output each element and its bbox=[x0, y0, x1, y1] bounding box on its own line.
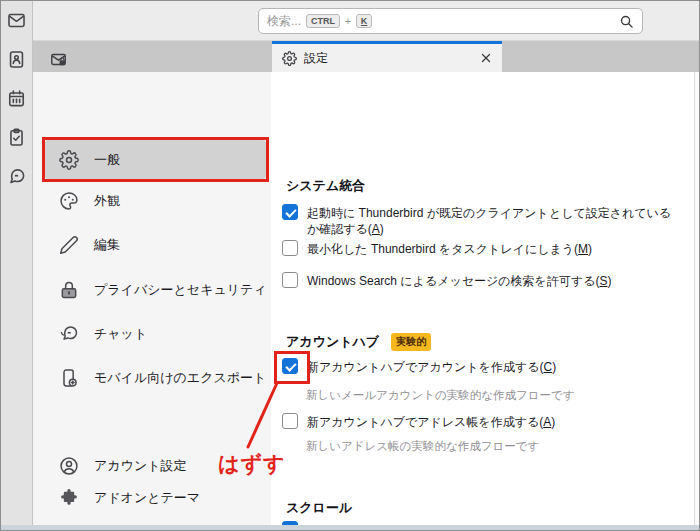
section-title-system-integration: システム統合 bbox=[286, 177, 365, 195]
spaces-toolbar bbox=[1, 1, 33, 530]
mail-icon[interactable] bbox=[6, 10, 27, 31]
puzzle-icon bbox=[59, 488, 79, 508]
sidebar-item-label: プライバシーとセキュリティ bbox=[94, 281, 267, 299]
tab-settings-label: 設定 bbox=[304, 50, 328, 67]
sidebar-item-addons-themes[interactable]: アドオンとテーマ bbox=[33, 480, 271, 516]
sidebar-item-privacy-security[interactable]: プライバシーとセキュリティ bbox=[33, 272, 271, 308]
magnifier-icon bbox=[619, 14, 634, 29]
option-label[interactable]: 新アカウントハブでアドレス帳を作成する(A) bbox=[307, 413, 555, 430]
shortcut-k-key: K bbox=[356, 14, 373, 29]
checkbox[interactable] bbox=[282, 272, 298, 288]
mobile-export-icon bbox=[59, 368, 79, 388]
option-label[interactable]: Windows Search によるメッセージの検索を許可する(S) bbox=[307, 272, 611, 289]
sidebar-item-mobile-export[interactable]: モバイル向けのエクスポート bbox=[33, 360, 271, 396]
annotation-arrow-line bbox=[241, 379, 285, 451]
account-icon bbox=[59, 456, 79, 476]
sidebar-item-chat[interactable]: チャット bbox=[33, 316, 271, 352]
experimental-badge: 実験的 bbox=[391, 333, 431, 351]
content-scrollbar[interactable] bbox=[694, 72, 700, 527]
option-account-hub-accounts[interactable]: 新アカウントハブでアカウントを作成する(C) bbox=[282, 358, 682, 375]
gear-icon bbox=[282, 51, 297, 66]
sidebar-item-appearance[interactable]: 外観 bbox=[33, 183, 271, 219]
section-title-account-hub: アカウントハブ 実験的 bbox=[286, 333, 431, 351]
option-minimize-to-tray[interactable]: 最小化した Thunderbird をタスクトレイにしまう(M) bbox=[282, 240, 682, 257]
tab-settings[interactable]: 設定 bbox=[272, 41, 502, 72]
mail-lock-icon[interactable] bbox=[50, 51, 67, 68]
option-check-default-client[interactable]: 起動時に Thunderbird が既定のクライアントとして設定されているか確認… bbox=[282, 204, 682, 237]
annotation-label: はずす bbox=[218, 450, 285, 478]
lock-icon bbox=[59, 280, 79, 300]
option-account-hub-address-book[interactable]: 新アカウントハブでアドレス帳を作成する(A) bbox=[282, 413, 682, 430]
chat-icon[interactable] bbox=[6, 166, 27, 187]
shortcut-ctrl-key: CTRL bbox=[306, 14, 340, 29]
checkbox[interactable] bbox=[282, 240, 298, 256]
sidebar-item-label: アカウント設定 bbox=[94, 457, 187, 475]
top-toolbar: 検索... CTRL + K bbox=[33, 1, 700, 41]
option-label[interactable]: 新アカウントハブでアカウントを作成する(C) bbox=[307, 358, 556, 375]
search-placeholder: 検索... bbox=[267, 13, 301, 30]
tasks-icon[interactable] bbox=[6, 127, 27, 148]
search-input[interactable]: 検索... CTRL + K bbox=[258, 8, 643, 34]
thunderbird-settings-window: 検索... CTRL + K bbox=[0, 0, 700, 531]
settings-content: システム統合 起動時に Thunderbird が既定のクライアントとして設定さ… bbox=[271, 72, 694, 527]
shortcut-plus: + bbox=[345, 16, 351, 27]
option-windows-search[interactable]: Windows Search によるメッセージの検索を許可する(S) bbox=[282, 272, 682, 289]
checkbox[interactable] bbox=[282, 204, 298, 220]
calendar-icon[interactable] bbox=[6, 88, 27, 109]
section-title-scroll: スクロール bbox=[286, 499, 352, 517]
option-label[interactable]: 起動時に Thunderbird が既定のクライアントとして設定されているか確認… bbox=[307, 204, 682, 237]
annotation-box-general bbox=[42, 137, 269, 182]
sidebar-item-label: 外観 bbox=[94, 192, 120, 210]
address-book-icon[interactable] bbox=[6, 49, 27, 70]
pencil-icon bbox=[59, 235, 79, 255]
sidebar-item-label: チャット bbox=[94, 325, 147, 343]
option-description: 新しいメールアカウントの実験的な作成フローです bbox=[306, 388, 575, 403]
window-bottom-edge bbox=[1, 525, 699, 530]
option-label[interactable]: 最小化した Thunderbird をタスクトレイにしまう(M) bbox=[307, 240, 592, 257]
option-description: 新しいアドレス帳の実験的な作成フローです bbox=[306, 439, 539, 454]
sidebar-item-label: 編集 bbox=[94, 236, 120, 254]
sidebar-item-label: アドオンとテーマ bbox=[94, 489, 200, 507]
chat-bubble-icon bbox=[59, 324, 79, 344]
palette-icon bbox=[59, 191, 79, 211]
sidebar-item-composition[interactable]: 編集 bbox=[33, 227, 271, 263]
close-icon[interactable] bbox=[480, 52, 492, 64]
